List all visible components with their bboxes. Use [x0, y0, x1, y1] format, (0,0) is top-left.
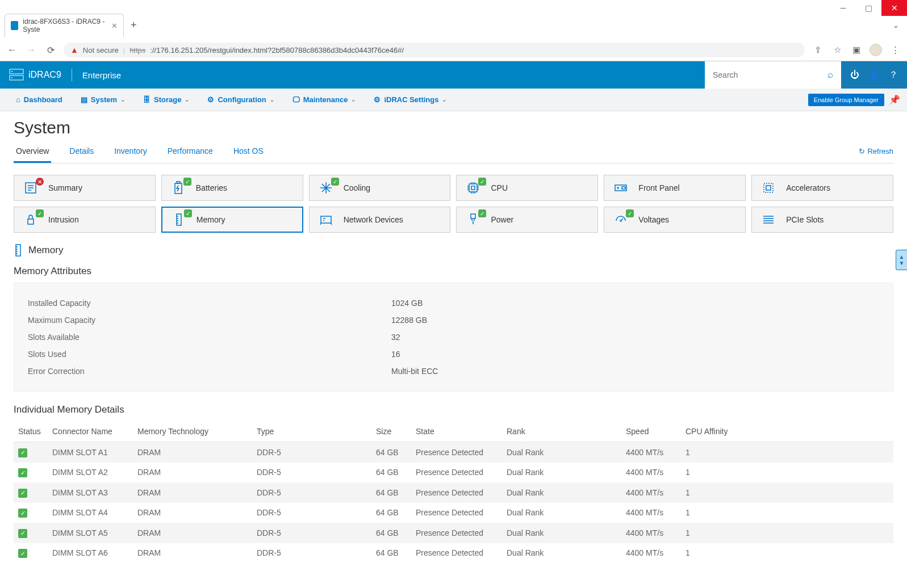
forward-button[interactable]: → [25, 45, 37, 55]
url-scheme: https [129, 46, 145, 54]
search-icon[interactable]: ⌕ [827, 69, 833, 81]
col-size[interactable]: Size [371, 421, 411, 442]
tab-host-os[interactable]: Host OS [231, 142, 266, 161]
search-input[interactable] [713, 70, 827, 79]
tile-voltages[interactable]: ✓Voltages [604, 207, 746, 233]
tab-overview[interactable]: Overview [14, 142, 51, 163]
brand-edition: Enterprise [82, 70, 121, 80]
power-icon[interactable]: ⏻ [850, 70, 859, 80]
enable-group-manager-button[interactable]: Enable Group Manager [808, 94, 884, 106]
extensions-icon[interactable]: ▣ [850, 45, 863, 55]
table-row[interactable]: ✓ DIMM SLOT A2 DRAM DDR-5 64 GB Presence… [14, 463, 893, 483]
status-error-icon: ✕ [36, 178, 44, 186]
address-bar[interactable]: ▲ Not secure | https [64, 43, 805, 57]
table-row[interactable]: ✓ DIMM SLOT A1 DRAM DDR-5 64 GB Presence… [14, 442, 893, 463]
tab-close-icon[interactable]: ✕ [111, 22, 118, 30]
cooling-icon: ✓ [316, 181, 336, 195]
brand-logo[interactable]: iDRAC9 Enterprise [0, 61, 130, 89]
tabs-overflow-icon[interactable]: ⌄ [893, 21, 902, 30]
col-state[interactable]: State [411, 421, 502, 442]
profile-avatar[interactable] [870, 44, 882, 56]
tile-label: Summary [48, 183, 82, 192]
tile-pcie-slots[interactable]: PCIe Slots [751, 207, 893, 233]
pin-icon[interactable]: 📌 [889, 94, 900, 105]
browser-tabs: idrac-8FXG6S3 - iDRAC9 - Syste ✕ + ⌄ [0, 14, 907, 37]
svg-point-10 [617, 187, 618, 188]
share-icon[interactable]: ⇪ [812, 45, 824, 55]
table-row[interactable]: ✓ DIMM SLOT A3 DRAM DDR-5 64 GB Presence… [14, 482, 893, 503]
status-ok-icon: ✓ [18, 529, 27, 538]
nav-maintenance[interactable]: 🖵Maintenance⌄ [283, 89, 365, 111]
tile-label: Intrusion [48, 215, 79, 224]
tab-title: idrac-8FXG6S3 - iDRAC9 - Syste [23, 18, 107, 33]
nav-icon: ⌂ [16, 95, 20, 104]
svg-rect-12 [764, 183, 773, 192]
menu-icon[interactable]: ⋮ [889, 45, 901, 55]
tab-inventory[interactable]: Inventory [112, 142, 149, 161]
attr-key: Installed Capacity [28, 299, 391, 308]
tile-label: CPU [491, 183, 508, 192]
svg-rect-8 [471, 186, 475, 190]
col-type[interactable]: Type [252, 421, 371, 442]
tile-memory[interactable]: ✓Memory [161, 207, 303, 233]
table-row[interactable]: ✓ DIMM SLOT A6 DRAM DDR-5 64 GB Presence… [14, 543, 893, 564]
not-secure-label: Not secure [83, 46, 119, 54]
page-tabs: OverviewDetailsInventoryPerformanceHost … [14, 142, 893, 163]
nav-dashboard[interactable]: ⌂Dashboard [7, 89, 72, 111]
tile-cpu[interactable]: ✓CPU [456, 175, 598, 201]
nav-system[interactable]: ▤System⌄ [72, 89, 134, 111]
attr-row: Maximum Capacity12288 GB [28, 312, 879, 329]
reload-button[interactable]: ⟳ [44, 45, 57, 56]
status-ok-icon: ✓ [626, 209, 634, 217]
svg-point-18 [620, 220, 621, 221]
refresh-button[interactable]: ↻ Refresh [859, 147, 893, 160]
col-rank[interactable]: Rank [502, 421, 621, 442]
side-toggle[interactable]: ▲▼ [896, 250, 907, 270]
tile-label: Voltages [638, 215, 669, 224]
tile-accelerators[interactable]: Accelerators [751, 175, 893, 201]
voltages-icon: ✓ [611, 213, 630, 226]
intrusion-icon: ✓ [21, 213, 40, 226]
search-box[interactable]: ⌕ [705, 61, 841, 89]
memory-table: StatusConnector NameMemory TechnologyTyp… [14, 421, 893, 563]
table-row[interactable]: ✓ DIMM SLOT A5 DRAM DDR-5 64 GB Presence… [14, 523, 893, 543]
nav-storage[interactable]: 🗄Storage⌄ [134, 89, 198, 111]
status-ok-icon: ✓ [18, 448, 27, 457]
new-tab-button[interactable]: + [127, 19, 140, 31]
tile-front-panel[interactable]: Front Panel [604, 175, 746, 201]
col-connector-name[interactable]: Connector Name [48, 421, 133, 442]
tab-details[interactable]: Details [67, 142, 96, 161]
nav-idrac-settings[interactable]: ⚙iDRAC Settings⌄ [365, 89, 455, 111]
tile-network-devices[interactable]: Network Devices [309, 207, 451, 233]
status-ok-icon: ✓ [184, 209, 192, 217]
col-memory-technology[interactable]: Memory Technology [133, 421, 252, 442]
nav-configuration[interactable]: ⚙Configuration⌄ [198, 89, 283, 111]
tab-performance[interactable]: Performance [165, 142, 215, 161]
url-input[interactable] [150, 46, 798, 54]
browser-tab[interactable]: idrac-8FXG6S3 - iDRAC9 - Syste ✕ [5, 14, 124, 37]
bookmark-icon[interactable]: ☆ [831, 45, 843, 55]
tile-label: Batteries [196, 183, 227, 192]
tile-cooling[interactable]: ✓Cooling [309, 175, 451, 201]
attr-value: 16 [391, 350, 400, 359]
svg-rect-14 [28, 219, 34, 224]
attr-value: 1024 GB [391, 299, 423, 308]
table-row[interactable]: ✓ DIMM SLOT A4 DRAM DDR-5 64 GB Presence… [14, 503, 893, 523]
col-speed[interactable]: Speed [621, 421, 681, 442]
back-button[interactable]: ← [6, 45, 18, 55]
chevron-down-icon: ⌄ [270, 96, 274, 103]
nav-icon: 🗄 [143, 95, 151, 104]
server-icon [9, 69, 24, 81]
col-cpu-affinity[interactable]: CPU Affinity [681, 421, 893, 442]
user-icon[interactable]: 👤 [868, 70, 880, 81]
attr-value: 32 [391, 333, 400, 342]
battery-icon: ✓ [169, 181, 188, 195]
tile-power[interactable]: ✓Power [456, 207, 598, 233]
help-icon[interactable]: ？ [889, 69, 898, 81]
tile-intrusion[interactable]: ✓Intrusion [14, 207, 156, 233]
tile-summary[interactable]: ✕Summary [14, 175, 156, 201]
attr-value: Multi-bit ECC [391, 367, 438, 376]
tile-batteries[interactable]: ✓Batteries [161, 175, 303, 201]
svg-rect-17 [471, 214, 475, 219]
col-status[interactable]: Status [14, 421, 48, 442]
